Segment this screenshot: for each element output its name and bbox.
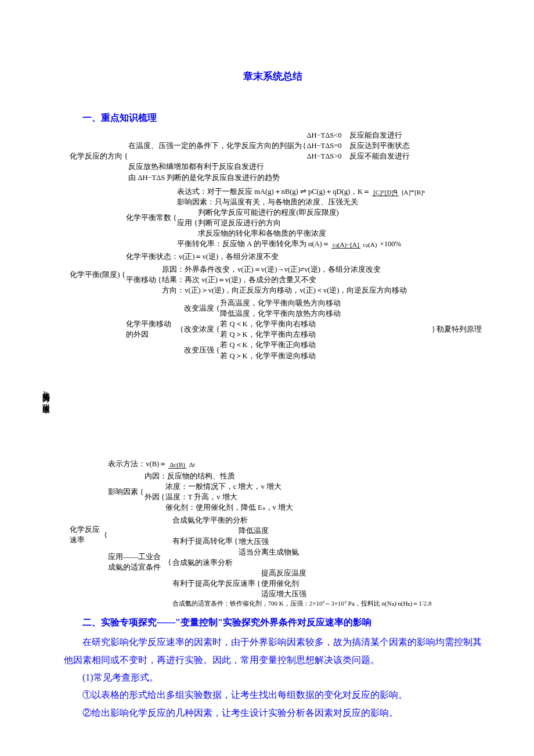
eq-state: 化学平衡状态：v(正)＝v(逆)，各组分浓度不变 — [126, 251, 482, 262]
ext-temp-2: 降低温度，化学平衡向放热方向移动 — [220, 308, 341, 319]
document-page: 章末系统总结 一、重点知识梳理 化学反应的方向、限度与速率 化学反应的方向 { … — [0, 0, 534, 756]
eq-shift-3: 方向：v(正)＞v(逆)，向正反应方向移动，v(正)＜v(逆)，向逆反应方向移动 — [162, 285, 482, 296]
app-rate-label: 有利于提高化学反应速率 — [172, 578, 257, 589]
eq-shift-label: 平衡移动 — [126, 275, 157, 285]
page-title: 章末系统总结 — [64, 70, 482, 83]
section-1-header: 一、重点知识梳理 — [64, 112, 482, 124]
app-rate-3: 适应增大压强 — [261, 589, 306, 599]
equilibrium-label: 化学平衡(限度) — [70, 269, 121, 280]
paragraph-1: 在研究影响化学反应速率的因素时，由于外界影响因素较多，故为搞清某个因素的影响均需… — [64, 633, 482, 669]
app-conv-1: 降低温度 — [239, 525, 299, 536]
eq-expr-fraction: [C]ᵖ[D]ᑫ [A]ᵐ[B]ⁿ — [372, 189, 426, 196]
app-conditions: 合成氨的适宜条件：铁作催化剂，700 K，压强：2×10⁷～3×10⁷ Pa，投… — [172, 599, 482, 609]
eq-external-label: 化学平衡移动的外因 — [126, 319, 179, 340]
app-rate-2: 使用催化剂 — [261, 578, 306, 589]
direction-case-2: ΔH−TΔS=0 反应达到平衡状态 — [307, 141, 410, 151]
app-analysis: 合成氨化学平衡的分析 — [172, 515, 482, 525]
root-label: 化学反应的方向、限度与速率 — [41, 386, 51, 537]
eq-factors: 影响因素：只与温度有关，与各物质的浓度、压强无关 — [177, 197, 482, 207]
direction-line1-prefix: 在温度、压强一定的条件下，化学反应方向的判据为 — [128, 141, 302, 151]
eq-apply-label: 应用 — [177, 218, 193, 228]
rate-factors-label: 影响因素 — [108, 487, 139, 497]
ext-press-1: 若 Q＜K，化学平衡正向移动 — [220, 340, 315, 350]
app-conv-2: 增大压强 — [239, 537, 299, 547]
eq-conv-suffix: ×100% — [380, 240, 401, 248]
rate-expr-label: 表示方法：v(B)＝ — [108, 460, 167, 468]
ext-temp-1: 升高温度，化学平衡向吸热方向移动 — [220, 298, 341, 308]
ext-conc-1: 若 Q＜K，化学平衡向右移动 — [220, 319, 315, 329]
eq-expr-prefix: 表达式：对于一般反应 mA(g)＋nB(g) ⇌ pC(g)＋qD(g)，K＝ — [177, 188, 370, 196]
ext-press-label: 改变压强 — [184, 345, 215, 355]
eq-conv-fraction: c₀(A)−[A] c₀(A) — [331, 241, 378, 248]
direction-line2: 反应放热和熵增加都有利于反应自发进行 — [128, 161, 482, 172]
app-conv-3: 适当分离生成物氨 — [239, 547, 299, 557]
ext-conc-label: 改变浓度 — [184, 324, 215, 334]
eq-apply-1: 判断化学反应可能进行的程度(即反应限度) — [198, 207, 338, 218]
rate-ext-3: 催化剂：使用催化剂，降低 Eₐ，v 增大 — [165, 502, 293, 513]
item-2: ②给出影响化学反应的几种因素，让考生设计实验分析各因素对反应的影响。 — [64, 704, 482, 722]
rate-ext-2: 温度：T 升高，v 增大 — [165, 492, 293, 502]
eq-conv-prefix: 平衡转化率：反应物 A 的平衡转化率为 α(A)＝ — [177, 240, 330, 248]
eq-apply-2: 判断可逆反应进行的方向 — [198, 218, 338, 228]
eq-shift-2: 结果：再次 v(正)＝v(逆)，各成分的含量又不变 — [162, 275, 482, 285]
direction-case-1: ΔH−TΔS<0 反应能自发进行 — [307, 130, 410, 141]
item-1: ①以表格的形式给出多组实验数据，让考生找出每组数据的变化对反应的影响。 — [64, 686, 482, 704]
rate-internal: 内因：反应物的结构、性质 — [145, 471, 482, 481]
app-rate-analysis: 合成氨的速率分析 — [172, 557, 482, 568]
ext-temp-label: 改变温度 — [184, 303, 215, 314]
eq-shift-1: 原因：外界条件改变，v(正)＝v(逆)→v(正)≠v(逆)，各组分浓度改变 — [162, 264, 482, 275]
rate-expr-fraction: Δc(B) Δt — [168, 461, 196, 468]
app-conv-label: 有利于提高转化率 — [172, 536, 234, 546]
ext-press-2: 若 Q＞K，化学平衡逆向移动 — [220, 351, 315, 361]
eq-constant-label: 化学平衡常数 — [126, 213, 172, 223]
app-rate-1: 提高反应温度 — [261, 568, 306, 578]
rate-app-label: 应用——工业合成氨的适宜条件 — [108, 552, 167, 573]
sub-1: (1)常见考查形式。 — [64, 669, 482, 686]
concept-map: 化学反应的方向、限度与速率 化学反应的方向 { 在温度、压强一定的条件下，化学反… — [46, 130, 482, 611]
direction-line3: 由 ΔH−TΔS 判断的是化学反应自发进行的趋势 — [128, 172, 482, 183]
rate-label: 化学反应速率 — [70, 524, 103, 545]
rate-ext-1: 浓度：一般情况下，c 增大，v 增大 — [165, 481, 293, 492]
direction-label: 化学反应的方向 — [70, 151, 124, 161]
eq-apply-3: 求反应物的转化率和各物质的平衡浓度 — [198, 228, 338, 239]
section-2-header: 二、实验专项探究——"变量控制"实验探究外界条件对反应速率的影响 — [64, 617, 482, 629]
le-chatelier-principle: 勒夏特列原理 — [436, 324, 482, 334]
ext-conc-2: 若 Q＞K，化学平衡向左移动 — [220, 329, 315, 340]
direction-case-3: ΔH−TΔS>0 反应不能自发进行 — [307, 151, 410, 161]
rate-external-label: 外因 — [145, 492, 161, 502]
